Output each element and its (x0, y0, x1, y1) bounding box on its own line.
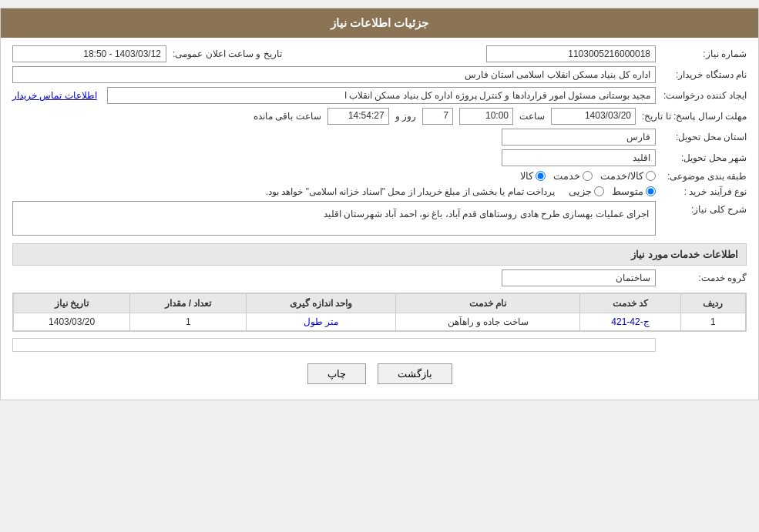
process-radio-group: متوسط جزیی (569, 186, 656, 197)
cell-2: ساخت جاده و راهآهن (395, 313, 579, 331)
response-clock-value: 14:54:27 (327, 108, 389, 125)
response-deadline-label: مهلت ارسال پاسخ: تا تاریخ: (642, 111, 747, 122)
contact-link[interactable]: اطلاعات تماس خریدار (12, 90, 97, 101)
page-container: جزئیات اطلاعات نیاز شماره نیاز: 11030052… (0, 8, 759, 400)
request-number-row: شماره نیاز: 1103005216000018 تاریخ و ساع… (12, 45, 747, 62)
button-row: بازگشت چاپ (12, 363, 747, 384)
process-option-0[interactable]: جزیی (569, 186, 604, 197)
buyer-notes-row (12, 338, 747, 352)
cell-1: ج-42-421 (580, 313, 680, 331)
col-name: نام خدمت (395, 294, 579, 313)
page-header: جزئیات اطلاعات نیاز (1, 8, 758, 38)
print-button[interactable]: چاپ (307, 363, 366, 384)
col-qty: تعداد / مقدار (130, 294, 247, 313)
services-table-container: ردیف کد خدمت نام خدمت واحد اندازه گیری ت… (12, 293, 747, 332)
response-deadline-row: مهلت ارسال پاسخ: تا تاریخ: 1403/03/20 سا… (12, 108, 747, 125)
city-label: شهر محل تحویل: (662, 152, 747, 163)
category-option-1[interactable]: خدمت (553, 170, 593, 182)
days-label: روز و (395, 111, 416, 122)
pub-date-value: 1403/03/12 - 18:50 (12, 45, 166, 62)
response-time-value: 10:00 (459, 108, 513, 125)
service-group-value: ساختمان (502, 269, 656, 286)
content-area: شماره نیاز: 1103005216000018 تاریخ و ساع… (1, 38, 758, 400)
remaining-label: ساعت باقی مانده (254, 111, 321, 122)
services-section-title: اطلاعات خدمات مورد نیاز (12, 243, 747, 266)
creator-label: ایجاد کننده درخواست: (662, 90, 747, 101)
page-title: جزئیات اطلاعات نیاز (331, 16, 428, 29)
service-group-row: گروه خدمت: ساختمان (12, 269, 747, 286)
description-label: شرح کلی نیاز: (662, 201, 747, 215)
city-row: شهر محل تحویل: اقلید (12, 149, 747, 166)
col-code: کد خدمت (580, 294, 680, 313)
creator-value: مجید بوستانی مسئول امور قراردادها و کنتر… (107, 87, 656, 104)
table-row: 1ج-42-421ساخت جاده و راهآهنمتر طول11403/… (14, 313, 746, 331)
services-table: ردیف کد خدمت نام خدمت واحد اندازه گیری ت… (13, 293, 746, 331)
cell-4: 1 (130, 313, 247, 331)
province-label: استان محل تحویل: (662, 132, 747, 142)
pub-date-label: تاریخ و ساعت اعلان عمومی: (173, 49, 282, 59)
time-label: ساعت (519, 111, 545, 122)
buyer-notes-value (12, 338, 656, 352)
col-row-num: ردیف (680, 294, 745, 313)
province-value: فارس (502, 129, 656, 146)
buyer-notes-label (662, 338, 747, 341)
category-row: طبقه بندی موضوعی: کالا/خدمت خدمت کالا (12, 170, 747, 182)
category-option-0[interactable]: کالا (520, 170, 546, 182)
request-number-value: 1103005216000018 (486, 45, 656, 62)
process-row: نوع فرآیند خرید : متوسط جزیی پرداخت تمام… (12, 186, 747, 197)
cell-0: 1 (680, 313, 745, 331)
request-number-label: شماره نیاز: (662, 49, 747, 59)
category-option-2[interactable]: کالا/خدمت (600, 170, 656, 182)
service-group-label: گروه خدمت: (662, 273, 747, 283)
cell-3: متر طول (247, 313, 396, 331)
creator-row: ایجاد کننده درخواست: مجید بوستانی مسئول … (12, 87, 747, 104)
description-value: اجرای عملیات بهسازی طرح هادی روستاهای قد… (12, 201, 656, 236)
buyer-org-value: اداره کل بنیاد مسکن انقلاب اسلامی استان … (12, 66, 656, 83)
process-label: نوع فرآیند خرید : (662, 186, 747, 197)
table-header-row: ردیف کد خدمت نام خدمت واحد اندازه گیری ت… (14, 294, 746, 313)
col-date: تاریخ نیاز (14, 294, 130, 313)
cell-5: 1403/03/20 (14, 313, 130, 331)
category-label: طبقه بندی موضوعی: (662, 171, 747, 182)
process-option-1[interactable]: متوسط (612, 186, 656, 197)
response-days-value: 7 (422, 108, 453, 125)
response-date-value: 1403/03/20 (551, 108, 636, 125)
back-button[interactable]: بازگشت (378, 363, 452, 384)
city-value: اقلید (502, 149, 656, 166)
description-row: شرح کلی نیاز: اجرای عملیات بهسازی طرح ها… (12, 201, 747, 236)
process-note: پرداخت تمام یا بخشی از مبلغ خریدار از مح… (266, 186, 555, 197)
buyer-org-row: نام دستگاه خریدار: اداره کل بنیاد مسکن ا… (12, 66, 747, 83)
buyer-org-label: نام دستگاه خریدار: (662, 69, 747, 80)
col-unit: واحد اندازه گیری (247, 294, 396, 313)
province-row: استان محل تحویل: فارس (12, 129, 747, 146)
category-radio-group: کالا/خدمت خدمت کالا (520, 170, 656, 182)
